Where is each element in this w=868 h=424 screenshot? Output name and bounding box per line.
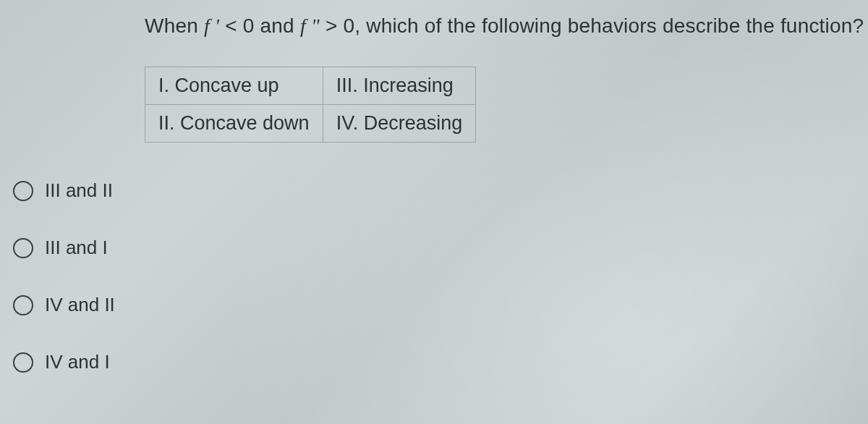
table-row: II. Concave down IV. Decreasing — [145, 105, 476, 143]
cell-increasing: III. Increasing — [323, 67, 476, 105]
radio-icon — [13, 352, 33, 373]
option-label: IV and I — [45, 351, 110, 373]
radio-icon — [13, 238, 33, 258]
question-fprime: f ' — [204, 14, 219, 37]
cell-concave-down: II. Concave down — [145, 105, 323, 143]
table-row: I. Concave up III. Increasing — [145, 67, 476, 105]
question-fdoubleprime: f " — [300, 14, 320, 37]
question-prefix: When — [145, 14, 204, 37]
question-text: When f ' < 0 and f " > 0, which of the f… — [145, 14, 864, 38]
option-iii-and-i[interactable]: III and I — [13, 237, 115, 259]
option-label: IV and II — [45, 294, 115, 316]
option-iii-and-ii[interactable]: III and II — [13, 179, 115, 202]
question-cmp1: < 0 and — [219, 14, 300, 37]
cell-decreasing: IV. Decreasing — [323, 105, 476, 143]
radio-icon — [13, 181, 33, 201]
option-label: III and II — [45, 179, 113, 202]
option-iv-and-ii[interactable]: IV and II — [13, 294, 115, 316]
question-cmp2: > 0, which of the following behaviors de… — [320, 14, 864, 37]
radio-icon — [13, 295, 33, 315]
option-label: III and I — [45, 237, 108, 259]
behavior-table: I. Concave up III. Increasing II. Concav… — [145, 67, 476, 143]
cell-concave-up: I. Concave up — [145, 67, 323, 105]
option-iv-and-i[interactable]: IV and I — [13, 351, 115, 373]
answer-options: III and II III and I IV and II IV and I — [13, 179, 115, 373]
